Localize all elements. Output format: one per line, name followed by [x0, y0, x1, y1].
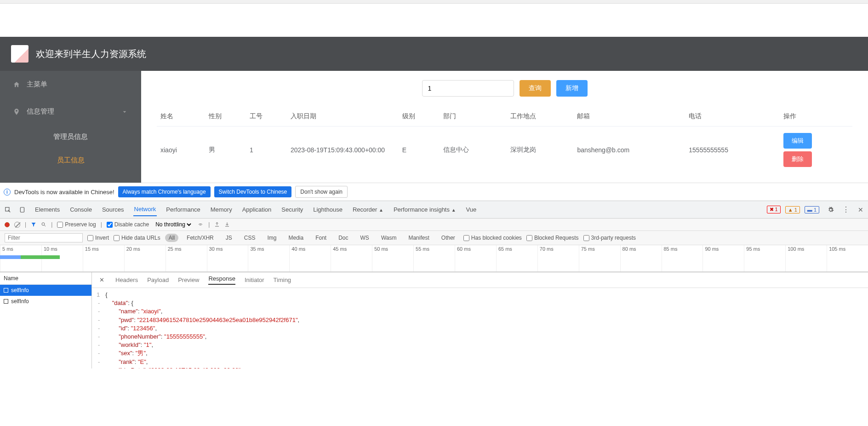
close-icon[interactable]: ✕ [858, 206, 863, 213]
tab-response[interactable]: Response [208, 275, 235, 285]
browser-chrome-stub [0, 0, 868, 4]
request-item[interactable]: selfInfo [0, 296, 91, 307]
hide-data-urls-check[interactable]: Hide data URLs [114, 235, 160, 241]
chip-media[interactable]: Media [285, 234, 307, 242]
tick: 20 ms [124, 245, 166, 271]
network-timeline[interactable]: 5 ms 10 ms 15 ms 20 ms 25 ms 30 ms 35 ms… [0, 245, 868, 272]
device-icon[interactable] [19, 207, 26, 213]
msg-badge[interactable]: ▬ 1 [805, 206, 819, 213]
tab-console[interactable]: Console [69, 203, 93, 216]
chip-doc[interactable]: Doc [335, 234, 352, 242]
chip-font[interactable]: Font [312, 234, 330, 242]
svg-point-2 [42, 223, 45, 225]
search-icon[interactable] [41, 222, 46, 227]
tab-elements[interactable]: Elements [34, 203, 61, 216]
always-match-button[interactable]: Always match Chrome's language [118, 186, 211, 197]
sidebar-item-info-mgmt[interactable]: 信息管理 [0, 98, 141, 125]
sidebar-item-main[interactable]: 主菜单 [0, 71, 141, 98]
add-button[interactable]: 新增 [556, 80, 588, 97]
edit-button[interactable]: 编辑 [783, 133, 812, 149]
tab-lighthouse[interactable]: Lighthouse [312, 203, 343, 216]
sidebar-sub-admin[interactable]: 管理员信息 [0, 125, 141, 149]
tab-memory[interactable]: Memory [210, 203, 233, 216]
disable-cache-check[interactable]: Disable cache [107, 221, 149, 228]
tab-payload[interactable]: Payload [147, 276, 169, 283]
cell-dept: 信息中心 [440, 127, 507, 174]
gear-icon[interactable] [828, 207, 834, 213]
tick: 65 ms [496, 245, 537, 271]
tick: 70 ms [537, 245, 579, 271]
query-button[interactable]: 查询 [520, 80, 551, 97]
upload-icon[interactable] [214, 222, 220, 227]
sidebar-sub-employee[interactable]: 员工信息 [0, 149, 141, 172]
tab-perf-insights[interactable]: Performance insights ▲ [393, 203, 457, 216]
cell-ops: 编辑 删除 [780, 127, 852, 174]
preserve-log-check[interactable]: Preserve log [57, 221, 96, 228]
wifi-icon[interactable] [197, 222, 204, 227]
chip-other[interactable]: Other [438, 234, 459, 242]
download-icon[interactable] [224, 222, 230, 227]
tab-network[interactable]: Network [133, 203, 157, 216]
chip-manifest[interactable]: Manifest [405, 234, 433, 242]
app-logo [11, 45, 29, 63]
tab-application[interactable]: Application [241, 203, 273, 216]
delete-button[interactable]: 删除 [783, 151, 812, 167]
chip-js[interactable]: JS [222, 234, 236, 242]
error-badge[interactable]: ✖ 1 [767, 206, 781, 213]
response-pane: ✕ Headers Payload Preview Response Initi… [92, 272, 868, 368]
tick: 90 ms [702, 245, 744, 271]
tab-initiator[interactable]: Initiator [245, 276, 264, 283]
invert-check[interactable]: Invert [87, 235, 109, 241]
cell-sex: 男 [205, 127, 246, 174]
chip-all[interactable]: All [165, 234, 178, 242]
th-rank: 级别 [399, 107, 440, 127]
devtools-status: ✖ 1 ▲ 1 ▬ 1 [767, 206, 819, 213]
tick: 85 ms [662, 245, 703, 271]
tab-vue[interactable]: Vue [465, 203, 478, 216]
tick: 45 ms [331, 245, 372, 271]
tab-performance[interactable]: Performance [165, 203, 201, 216]
devtools-tabs: Elements Console Sources Network Perform… [0, 201, 868, 219]
tab-recorder[interactable]: Recorder ▲ [352, 203, 384, 216]
request-item[interactable]: selfInfo [0, 285, 91, 296]
chip-wasm[interactable]: Wasm [377, 234, 400, 242]
warn-badge[interactable]: ▲ 1 [785, 206, 800, 213]
third-party-check[interactable]: 3rd-party requests [583, 235, 636, 241]
chip-fetch[interactable]: Fetch/XHR [183, 234, 217, 242]
clear-icon[interactable] [14, 222, 20, 228]
tab-security[interactable]: Security [280, 203, 304, 216]
chip-ws[interactable]: WS [357, 234, 373, 242]
tick: 80 ms [620, 245, 662, 271]
blocked-cookies-check[interactable]: Has blocked cookies [463, 235, 522, 241]
more-icon[interactable]: ⋮ [842, 205, 850, 214]
inspect-icon[interactable] [5, 207, 11, 213]
dont-show-button[interactable]: Don't show again [295, 186, 348, 198]
th-sex: 性别 [205, 107, 246, 127]
throttling-select[interactable]: No throttling [154, 221, 193, 228]
filter-input[interactable] [5, 233, 83, 242]
tick: 100 ms [785, 245, 827, 271]
close-icon[interactable]: ✕ [97, 276, 106, 283]
cell-email: bansheng@b.com [573, 127, 685, 174]
response-body[interactable]: 1---------- { "data": { "name": "xiaoyi"… [92, 288, 868, 368]
filter-icon[interactable] [31, 222, 36, 227]
blocked-req-check[interactable]: Blocked Requests [526, 235, 579, 241]
switch-cn-button[interactable]: Switch DevTools to Chinese [214, 186, 292, 197]
th-ops: 操作 [780, 107, 852, 127]
tab-sources[interactable]: Sources [101, 203, 125, 216]
chip-img[interactable]: Img [263, 234, 280, 242]
th-hiredate: 入职日期 [287, 107, 399, 127]
tab-headers[interactable]: Headers [115, 276, 138, 283]
search-input[interactable] [422, 80, 514, 97]
employee-table: 姓名 性别 工号 入职日期 级别 部门 工作地点 邮箱 电话 操作 xiaoyi… [157, 107, 852, 173]
tab-preview[interactable]: Preview [178, 276, 199, 283]
record-icon[interactable] [5, 222, 10, 227]
response-tabs: ✕ Headers Payload Preview Response Initi… [92, 272, 868, 288]
th-email: 邮箱 [573, 107, 685, 127]
chip-css[interactable]: CSS [240, 234, 259, 242]
tab-timing[interactable]: Timing [274, 276, 291, 283]
tick: 40 ms [289, 245, 331, 271]
tick: 95 ms [744, 245, 785, 271]
tick: 105 ms [827, 245, 868, 271]
sidebar: 主菜单 信息管理 管理员信息 员工信息 [0, 71, 141, 183]
